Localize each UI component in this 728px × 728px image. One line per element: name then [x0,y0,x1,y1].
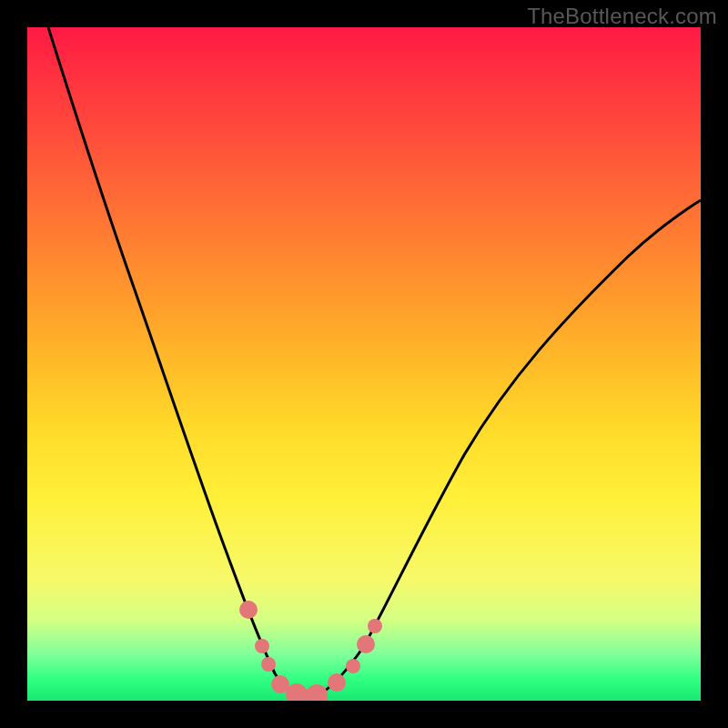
curve-marker [368,619,382,633]
curve-marker [357,635,375,653]
curve-layer [27,27,701,701]
curve-marker [306,684,328,701]
watermark-text: TheBottleneck.com [527,4,717,29]
curve-marker [261,657,276,672]
curve-marker [328,673,346,692]
chart-frame: TheBottleneck.com [0,0,728,728]
curve-marker [286,683,308,701]
left-curve [48,27,309,698]
curve-marker [346,659,360,673]
curve-marker [255,639,269,653]
plot-area [27,27,701,701]
curve-marker [239,601,258,619]
